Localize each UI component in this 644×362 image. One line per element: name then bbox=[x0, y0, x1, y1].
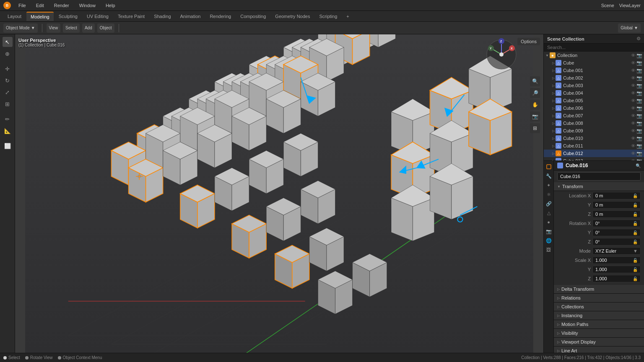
tool-rotate[interactable]: ↻ bbox=[3, 75, 13, 85]
outliner-filter-icon[interactable]: ⚙ bbox=[636, 36, 641, 41]
visibility-icon[interactable]: 👁 bbox=[631, 53, 636, 58]
tab-sculpting[interactable]: Sculpting bbox=[55, 12, 82, 21]
menu-help[interactable]: Help bbox=[103, 2, 118, 9]
options-button[interactable]: Options bbox=[517, 38, 540, 45]
props-search-icon[interactable]: 🔍 bbox=[636, 163, 641, 168]
outliner-cube008-row[interactable]: ▷ △ Cube.008 👁📷 bbox=[544, 119, 644, 127]
tab-add[interactable]: + bbox=[342, 12, 353, 21]
rotation-y-value[interactable]: 0° 🔓 bbox=[592, 229, 641, 236]
menu-render[interactable]: Render bbox=[52, 2, 72, 9]
relations-header[interactable]: ▷ Relations bbox=[554, 294, 644, 303]
scale-x-lock[interactable]: 🔓 bbox=[633, 258, 638, 263]
tool-move[interactable]: ✛ bbox=[3, 64, 13, 74]
tab-shading[interactable]: Shading bbox=[150, 12, 175, 21]
outliner-cube003-row[interactable]: ▷ △ Cube.003 👁📷 bbox=[544, 82, 644, 89]
visibility-header[interactable]: ▷ Visibility bbox=[554, 329, 644, 338]
outliner-cube002-row[interactable]: ▷ △ Cube.002 👁📷 bbox=[544, 74, 644, 82]
instancing-header[interactable]: ▷ Instancing bbox=[554, 311, 644, 320]
outliner-cube012-row[interactable]: ▷ △ Cube.012 👁📷 bbox=[544, 150, 644, 157]
scale-y-value[interactable]: 1.000 🔓 bbox=[592, 266, 641, 273]
outliner-cube011-row[interactable]: ▷ △ Cube.011 👁📷 bbox=[544, 142, 644, 150]
tab-layout[interactable]: Layout bbox=[3, 12, 26, 21]
outliner-cube010-row[interactable]: ▷ △ Cube.010 👁📷 bbox=[544, 134, 644, 142]
tool-cursor[interactable]: ⊕ bbox=[3, 49, 13, 59]
viewport-display-header[interactable]: ▷ Viewport Display bbox=[554, 338, 644, 346]
object-name-field[interactable] bbox=[557, 172, 641, 181]
props-icon-physics[interactable]: ⚛ bbox=[545, 190, 553, 199]
props-icon-particles[interactable]: ✦ bbox=[545, 181, 553, 189]
outliner-cube-row[interactable]: ▷ △ Cube 👁📷 bbox=[544, 59, 644, 67]
tab-texture-paint[interactable]: Texture Paint bbox=[114, 12, 149, 21]
tab-scripting[interactable]: Scripting bbox=[315, 12, 341, 21]
grid-btn[interactable]: ⊞ bbox=[530, 123, 540, 133]
outliner-cube006-row[interactable]: ▷ △ Cube.006 👁📷 bbox=[544, 104, 644, 112]
tool-transform[interactable]: ⊞ bbox=[3, 99, 13, 109]
outliner-cube009-row[interactable]: ▷ △ Cube.009 👁📷 bbox=[544, 127, 644, 134]
scale-z-lock[interactable]: 🔓 bbox=[633, 277, 638, 281]
props-icon-object[interactable] bbox=[545, 163, 553, 171]
select-menu[interactable]: Select bbox=[63, 23, 80, 33]
render-icon[interactable]: 📷 bbox=[636, 53, 642, 58]
rotation-x-lock[interactable]: 🔓 bbox=[633, 221, 638, 226]
props-icon-modifier[interactable]: 🔧 bbox=[545, 172, 553, 180]
rotation-y-lock[interactable]: 🔓 bbox=[633, 230, 638, 235]
outliner-cube013-row[interactable]: ▷ △ Cube.013 👁📷 bbox=[544, 157, 644, 161]
mode-selector[interactable]: Object Mode ▼ bbox=[3, 23, 38, 33]
props-icon-data[interactable]: △ bbox=[545, 209, 553, 217]
location-x-lock[interactable]: 🔓 bbox=[633, 194, 638, 198]
tab-modeling[interactable]: Modeling bbox=[26, 12, 54, 21]
tab-geometry-nodes[interactable]: Geometry Nodes bbox=[271, 12, 314, 21]
tool-measure[interactable]: 📐 bbox=[3, 126, 13, 136]
zoom-in-btn[interactable]: 🔍 bbox=[530, 76, 540, 86]
outliner-search-input[interactable] bbox=[544, 44, 644, 52]
scale-x-value[interactable]: 1.000 🔓 bbox=[592, 256, 641, 264]
navigation-gizmo[interactable]: X Y Z bbox=[485, 38, 518, 71]
pan-btn[interactable]: ✋ bbox=[530, 100, 540, 110]
menu-file[interactable]: File bbox=[16, 2, 29, 9]
transform-section-header[interactable]: ▼ Transform bbox=[554, 182, 644, 191]
outliner-cube001-row[interactable]: ▷ △ Cube.001 👁📷 bbox=[544, 67, 644, 74]
transform-selector[interactable]: Global ▼ bbox=[618, 23, 641, 33]
tool-annotate[interactable]: ✏ bbox=[3, 114, 13, 124]
object-menu[interactable]: Object bbox=[97, 23, 114, 33]
location-x-value[interactable]: 0 m 🔓 bbox=[592, 192, 641, 199]
tab-uv-editing[interactable]: UV Editing bbox=[83, 12, 113, 21]
menu-edit[interactable]: Edit bbox=[34, 2, 47, 9]
outliner-cube004-row[interactable]: ▷ △ Cube.004 👁📷 bbox=[544, 89, 644, 97]
location-y-lock[interactable]: 🔓 bbox=[633, 203, 638, 207]
zoom-out-btn[interactable]: 🔎 bbox=[530, 88, 540, 98]
props-icon-world[interactable]: 🌐 bbox=[545, 236, 553, 245]
camera-btn[interactable]: 📷 bbox=[530, 111, 540, 122]
tool-add-cube[interactable]: ⬜ bbox=[3, 141, 13, 151]
props-icon-render[interactable]: 🖼 bbox=[545, 246, 553, 254]
outliner-cube005-row[interactable]: ▷ △ Cube.005 👁📷 bbox=[544, 97, 644, 104]
rotation-mode-value[interactable]: XYZ Euler ▼ bbox=[592, 247, 641, 255]
scale-z-value[interactable]: 1.000 🔓 bbox=[592, 275, 641, 282]
collection-expand-icon[interactable]: ▼ bbox=[545, 54, 549, 57]
delta-transform-header[interactable]: ▷ Delta Transform bbox=[554, 285, 644, 294]
motion-paths-header[interactable]: ▷ Motion Paths bbox=[554, 320, 644, 329]
tab-animation[interactable]: Animation bbox=[176, 12, 205, 21]
add-menu[interactable]: Add bbox=[82, 23, 95, 33]
collections-header[interactable]: ▷ Collections bbox=[554, 303, 644, 311]
menu-window[interactable]: Window bbox=[77, 2, 98, 9]
outliner-cube007-row[interactable]: ▷ △ Cube.007 👁📷 bbox=[544, 112, 644, 119]
rotation-x-value[interactable]: 0° 🔓 bbox=[592, 220, 641, 227]
props-icon-material[interactable]: ● bbox=[545, 218, 553, 226]
props-icon-scene[interactable]: 📷 bbox=[545, 227, 553, 235]
tab-rendering[interactable]: Rendering bbox=[205, 12, 235, 21]
location-z-value[interactable]: 0 m 🔓 bbox=[592, 210, 641, 218]
location-z-lock[interactable]: 🔓 bbox=[633, 212, 638, 217]
rotation-z-lock[interactable]: 🔓 bbox=[633, 240, 638, 244]
outliner-collection-row[interactable]: ▼ ■ Collection 👁 📷 bbox=[544, 52, 644, 59]
view-menu[interactable]: View bbox=[47, 23, 61, 33]
3d-viewport[interactable]: User Perspective (1) Collection | Cube.0… bbox=[15, 34, 543, 353]
tab-compositing[interactable]: Compositing bbox=[236, 12, 270, 21]
scale-y-lock[interactable]: 🔓 bbox=[633, 267, 638, 272]
tool-scale[interactable]: ⤢ bbox=[3, 87, 13, 97]
location-y-value[interactable]: 0 m 🔓 bbox=[592, 201, 641, 209]
rotation-z-value[interactable]: 0° 🔓 bbox=[592, 238, 641, 246]
props-icon-constraints[interactable]: 🔗 bbox=[545, 199, 553, 208]
tool-select[interactable]: ↖ bbox=[3, 37, 13, 47]
line-art-header[interactable]: ▷ Line Art bbox=[554, 346, 644, 353]
